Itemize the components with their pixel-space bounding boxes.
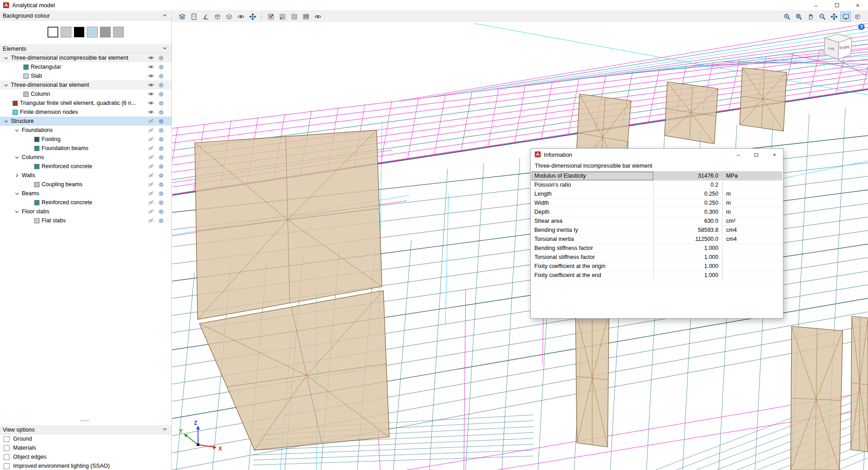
eye-icon[interactable] [146, 73, 156, 79]
view-eye-icon[interactable] [236, 12, 246, 22]
view-option-materials[interactable]: Materials [0, 443, 171, 452]
dialog-maximize-button[interactable] [749, 150, 764, 160]
eye-icon[interactable] [146, 109, 156, 115]
eye-hidden-icon[interactable] [146, 118, 156, 124]
gear-icon[interactable] [156, 164, 166, 169]
zoom-extents-icon[interactable] [782, 12, 792, 22]
gear-icon[interactable] [156, 200, 166, 206]
data-table-icon[interactable] [289, 12, 299, 22]
chevron-down-icon[interactable] [2, 82, 10, 88]
info-row-shear-area[interactable]: Shear area630.0cm² [532, 217, 782, 226]
info-row-modulus-of-elasticity[interactable]: Modulus of Elasticity31476.0MPa [532, 172, 782, 181]
tree-item-foundations[interactable]: Foundations [0, 126, 171, 135]
visibility-eye-icon[interactable] [312, 12, 323, 22]
information-dialog[interactable]: Information – × Three-dimensional incomp… [530, 148, 783, 319]
tree-item-structure[interactable]: Structure [0, 117, 171, 126]
chevron-down-icon[interactable] [162, 12, 168, 19]
chevron-down-icon[interactable] [2, 55, 10, 61]
eye-hidden-icon[interactable] [146, 172, 156, 179]
tree-item-floor-slabs[interactable]: Floor slabs [0, 207, 171, 216]
checkbox[interactable] [4, 445, 9, 451]
section-cube-icon[interactable] [212, 12, 222, 22]
swatch-pale-blue[interactable] [87, 27, 98, 38]
gear-icon[interactable] [156, 191, 166, 197]
eye-hidden-icon[interactable] [146, 208, 156, 215]
information-dialog-titlebar[interactable]: Information – × [531, 149, 783, 161]
pan-hand-icon[interactable] [805, 12, 816, 22]
gear-icon[interactable] [156, 182, 166, 188]
checkbox[interactable] [4, 454, 9, 460]
tree-item-slab[interactable]: Slab [0, 71, 171, 80]
elements-header[interactable]: Elements [0, 44, 171, 53]
tree-item-column[interactable]: Column [0, 89, 171, 99]
maximize-button[interactable] [826, 0, 847, 11]
view-option-ground[interactable]: Ground [0, 434, 171, 443]
eye-hidden-icon[interactable] [146, 145, 156, 151]
gear-icon[interactable] [156, 64, 166, 70]
gear-icon[interactable] [156, 55, 166, 61]
chevron-down-icon[interactable] [162, 426, 168, 433]
zoom-out-icon[interactable] [817, 12, 827, 22]
gear-icon[interactable] [156, 209, 166, 215]
tree-item-triangular-finite-shell-element-quadratic-[interactable]: Triangular finite shell element, quadrat… [0, 99, 171, 108]
view-options-header[interactable]: View options [0, 425, 171, 434]
eye-icon[interactable] [146, 100, 156, 106]
gear-icon[interactable] [156, 109, 166, 115]
gear-icon[interactable] [156, 218, 166, 224]
gear-icon[interactable] [156, 91, 166, 97]
info-row-length[interactable]: Length0.250m [532, 190, 782, 199]
dialog-close-button[interactable]: × [767, 150, 782, 160]
swatch-grey[interactable] [100, 27, 111, 38]
help-button[interactable]: ? [858, 23, 865, 31]
layer-sheets-icon[interactable] [301, 12, 311, 22]
properties-page-icon[interactable] [189, 12, 199, 22]
tree-item-beams[interactable]: Beams [0, 189, 171, 198]
tree-item-footing[interactable]: Footing [0, 135, 171, 144]
tree-item-reinforced-concrete[interactable]: Reinforced concrete [0, 162, 171, 171]
tree-item-columns[interactable]: Columns [0, 153, 171, 162]
eye-hidden-icon[interactable] [146, 190, 156, 197]
tree-item-finite-dimension-nodes[interactable]: Finite dimension nodes [0, 108, 171, 117]
gear-icon[interactable] [156, 82, 166, 88]
tree-item-walls[interactable]: Walls [0, 171, 171, 180]
chevron-down-icon[interactable] [13, 155, 21, 160]
close-button[interactable]: × [847, 0, 868, 11]
swatch-white[interactable] [47, 27, 58, 38]
eye-icon[interactable] [146, 64, 156, 70]
panel-resize-gripper[interactable] [84, 420, 85, 421]
tree-item-coupling-beams[interactable]: Coupling beams [0, 180, 171, 189]
eye-hidden-icon[interactable] [146, 136, 156, 142]
background-colour-header[interactable]: Background colour [0, 11, 171, 20]
checkbox[interactable] [4, 436, 9, 442]
move-tool-icon[interactable] [247, 12, 258, 22]
info-row-depth[interactable]: Depth0.300m [532, 208, 782, 217]
load-grid-icon[interactable] [265, 12, 276, 22]
eye-hidden-icon[interactable] [146, 154, 156, 160]
gear-icon[interactable] [156, 100, 166, 106]
tree-item-foundation-beams[interactable]: Foundation beams [0, 144, 171, 153]
eye-hidden-icon[interactable] [146, 181, 156, 188]
chevron-down-icon[interactable] [2, 118, 10, 124]
info-row-torsional-stiffness-factor[interactable]: Torsional stiffness factor1.000 [532, 253, 782, 262]
info-row-poisson-s-ratio[interactable]: Poisson's ratio0.2 [532, 181, 782, 190]
info-row-fixity-coefficient-at-the-origin[interactable]: Fixity coefficient at the origin1.000 [532, 262, 782, 271]
swatch-black[interactable] [74, 27, 85, 38]
chevron-down-icon[interactable] [162, 45, 168, 52]
gear-icon[interactable] [156, 127, 166, 133]
zoom-window-icon[interactable] [793, 12, 804, 22]
chevron-right-icon[interactable] [13, 173, 21, 179]
eye-hidden-icon[interactable] [146, 163, 156, 169]
info-row-fixity-coefficient-at-the-end[interactable]: Fixity coefficient at the end1.000 [532, 271, 782, 280]
dialog-minimize-button[interactable]: – [731, 150, 746, 160]
eye-hidden-icon[interactable] [146, 217, 156, 224]
angle-dimension-icon[interactable] [200, 12, 211, 22]
wire-cube-icon[interactable] [224, 12, 234, 22]
info-row-bending-stiffness-factor[interactable]: Bending stiffness factor1.000 [532, 244, 782, 253]
eye-icon[interactable] [146, 82, 156, 88]
tree-item-three-dimensional-incompressible-bar-eleme[interactable]: Three-dimensional incompressible bar ele… [0, 53, 171, 62]
tree-item-rectangular[interactable]: Rectangular [0, 62, 171, 71]
chevron-down-icon[interactable] [13, 127, 21, 133]
view-option-object-edges[interactable]: Object edges [0, 452, 171, 461]
fit-view-icon[interactable] [829, 12, 839, 22]
gear-icon[interactable] [156, 173, 166, 179]
